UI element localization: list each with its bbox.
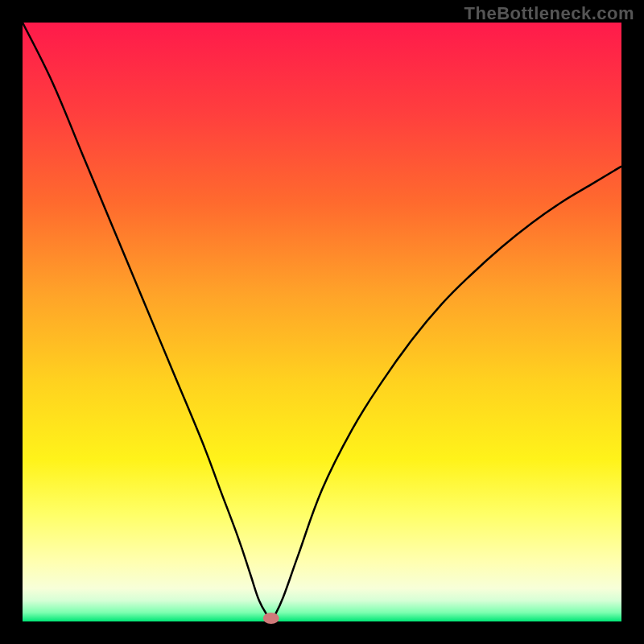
optimum-marker	[263, 613, 279, 624]
plot-background	[23, 23, 621, 621]
bottleneck-chart	[0, 0, 644, 644]
chart-frame: TheBottleneck.com	[0, 0, 644, 644]
